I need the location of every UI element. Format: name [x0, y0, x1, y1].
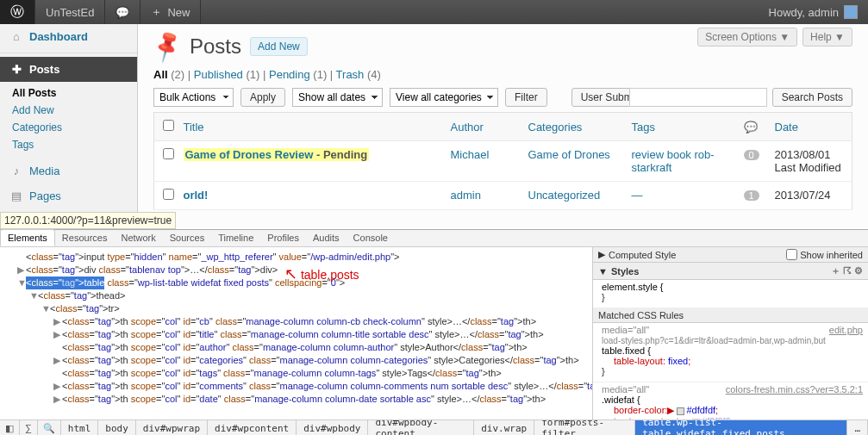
dock-icon[interactable]: ◧ [0, 420, 20, 435]
row-checkbox[interactable] [163, 189, 174, 200]
inspect-icon[interactable]: 🔍 [38, 420, 61, 435]
search-button[interactable]: Search Posts [772, 88, 852, 107]
css-value[interactable]: #dfdfdf [686, 405, 715, 415]
breadcrumb-item[interactable]: div#wpbody [297, 420, 368, 435]
new-content[interactable]: ＋New [141, 0, 201, 24]
color-swatch[interactable] [692, 419, 700, 419]
wp-logo[interactable]: ⓦ [0, 0, 35, 24]
filter-button[interactable]: Filter [505, 88, 547, 107]
cell-tags[interactable]: — [623, 182, 735, 210]
dom-line[interactable]: ▶<class="tag">th scope="col" id="title" … [5, 328, 587, 341]
dom-line[interactable]: ▶<class="tag">th scope="col" id="cb" cla… [5, 315, 587, 328]
cell-comments[interactable]: 0 [735, 141, 766, 182]
css-value[interactable]: #f9f9f9 [702, 416, 731, 419]
cell-tags[interactable]: review book rob-starkraft [623, 141, 735, 182]
dom-line[interactable]: <class="tag">input type="hidden" name="_… [5, 251, 587, 264]
help-tab[interactable]: Help ▼ [802, 28, 852, 47]
expand-icon[interactable]: ▶ [598, 249, 605, 260]
submenu-add-new[interactable]: Add New [12, 102, 137, 119]
menu-dashboard[interactable]: ⌂Dashboard [0, 24, 137, 49]
breadcrumb-item[interactable]: div#wpbody-content [368, 420, 474, 435]
css-prop[interactable]: border-color [614, 405, 665, 415]
cell-title[interactable]: orld! [175, 182, 442, 210]
menu-pages[interactable]: ▤Pages [0, 183, 137, 208]
css-prop[interactable]: background-color [614, 416, 687, 419]
css-prop[interactable]: table-layout [614, 356, 663, 366]
col-categories[interactable]: Categories [520, 113, 623, 141]
cell-categories[interactable]: Game of Drones [520, 141, 623, 182]
computed-style-header[interactable]: Computed Style [609, 250, 676, 260]
select-all-checkbox[interactable] [163, 120, 174, 131]
screen-options-tab[interactable]: Screen Options ▼ [697, 28, 797, 47]
submenu-all-posts[interactable]: All Posts [12, 84, 137, 102]
apply-button[interactable]: Apply [240, 88, 285, 107]
gear-icon[interactable]: ⚙ [854, 265, 863, 276]
col-tags[interactable]: Tags [623, 113, 735, 141]
filter-trash[interactable]: Trash [336, 68, 365, 81]
cell-title[interactable]: Game of Drones Review - Pending [175, 141, 442, 182]
selector[interactable]: table.fixed { [602, 345, 651, 356]
site-name[interactable]: UnTestEd [35, 0, 105, 24]
dom-line[interactable]: ▶<class="tag">th scope="col" id="date" c… [5, 393, 587, 406]
howdy-account[interactable]: Howdy, admin [759, 0, 868, 24]
breadcrumb-item[interactable]: body [98, 420, 136, 435]
categories-select[interactable]: View all categories [390, 88, 498, 107]
col-author[interactable]: Author [442, 113, 520, 141]
color-swatch[interactable] [677, 407, 684, 415]
cell-author[interactable]: admin [442, 182, 520, 210]
source-link[interactable]: edit.php [829, 325, 863, 335]
devtools-tab-sources[interactable]: Sources [163, 230, 211, 246]
selector[interactable]: .widefat { [602, 395, 640, 405]
styles-header[interactable]: Styles [611, 266, 639, 277]
cell-author[interactable]: Michael [442, 141, 520, 182]
breadcrumb-item[interactable]: … [847, 420, 868, 435]
menu-media[interactable]: ♪Media [0, 158, 137, 183]
filter-published[interactable]: Published [194, 68, 243, 81]
menu-posts[interactable]: ✚Posts [0, 57, 137, 82]
dom-tree[interactable]: ↖ table.posts <class="tag">input type="h… [0, 247, 592, 419]
devtools-tab-audits[interactable]: Audits [306, 230, 347, 246]
breadcrumb-item[interactable]: table.wp-list-table.widefat.fixed.posts [635, 420, 847, 435]
breadcrumb-item[interactable]: form#posts-filter [534, 420, 635, 435]
devtools-tab-console[interactable]: Console [347, 230, 395, 246]
cell-comments[interactable]: 1 [735, 182, 766, 210]
dom-line[interactable]: ▼<class="tag">thead> [5, 289, 587, 302]
col-comments[interactable]: 💬 [735, 113, 766, 141]
dates-select[interactable]: Show all dates [292, 88, 383, 107]
dom-line[interactable]: ▶<class="tag">th scope="col" id="comment… [5, 380, 587, 393]
breadcrumb-item[interactable]: html [61, 420, 99, 435]
dom-line[interactable]: ▶<class="tag">th scope="col" id="categor… [5, 354, 587, 367]
devtools-tab-timeline[interactable]: Timeline [211, 230, 260, 246]
devtools-tab-network[interactable]: Network [114, 230, 162, 246]
dom-line[interactable]: <class="tag">th scope="col" id="author" … [5, 341, 587, 354]
source-link[interactable]: colors-fresh.min.css?ver=3.5.2:1 [726, 384, 863, 395]
css-value[interactable]: fixed [668, 356, 688, 366]
breadcrumb-item[interactable]: div#wpwrap [136, 420, 208, 435]
devtools-tab-resources[interactable]: Resources [55, 230, 115, 246]
page-title: Posts [190, 34, 241, 59]
filter-pending[interactable]: Pending [269, 68, 310, 81]
submenu-tags[interactable]: Tags [12, 136, 137, 153]
comments-bubble[interactable]: 💬 [105, 0, 141, 24]
devtools-tab-elements[interactable]: Elements [0, 229, 55, 246]
row-checkbox[interactable] [163, 148, 174, 159]
toggle-state-icon[interactable]: ☈ [843, 265, 852, 276]
cell-categories[interactable]: Uncategorized [520, 182, 623, 210]
col-title[interactable]: Title [175, 113, 442, 141]
devtools-tab-profiles[interactable]: Profiles [260, 230, 306, 246]
add-new-button[interactable]: Add New [250, 37, 308, 56]
dom-line[interactable]: <class="tag">th scope="col" id="tags" cl… [5, 367, 587, 380]
bulk-actions-select[interactable]: Bulk Actions [153, 88, 234, 107]
show-inherited-checkbox[interactable] [786, 249, 797, 260]
new-rule-icon[interactable]: ＋ [831, 265, 840, 276]
selector[interactable]: element.style { [602, 282, 664, 292]
filter-all[interactable]: All [153, 68, 168, 81]
breadcrumb-item[interactable]: div.wrap [474, 420, 534, 435]
col-date[interactable]: Date [766, 113, 852, 141]
console-icon[interactable]: ∑ [20, 420, 38, 435]
breadcrumb-item[interactable]: div#wpcontent [208, 420, 297, 435]
expand-icon[interactable]: ▼ [598, 266, 608, 277]
search-input[interactable] [629, 88, 767, 107]
submenu-categories[interactable]: Categories [12, 119, 137, 136]
dom-line[interactable]: ▼<class="tag">tr> [5, 302, 587, 315]
